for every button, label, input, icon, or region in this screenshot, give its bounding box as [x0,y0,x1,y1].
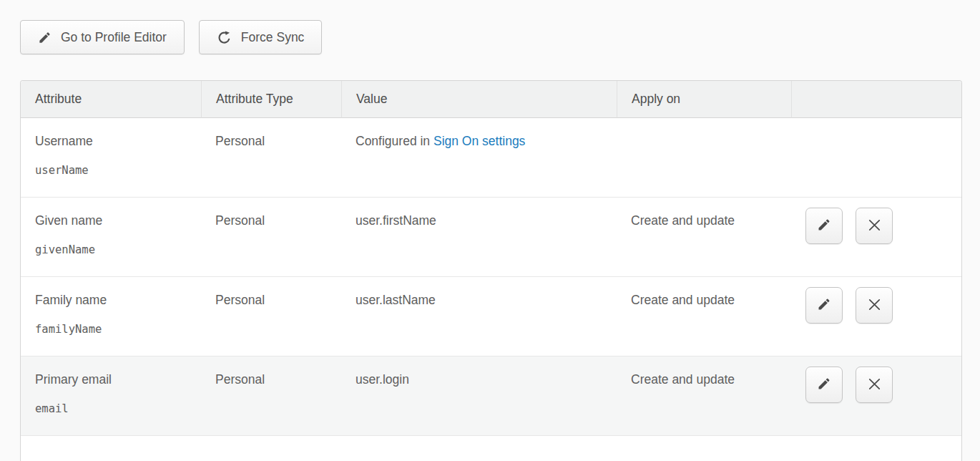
column-header-attribute-type: Attribute Type [201,81,341,118]
table-row-primary-email: Primary email email Personal user.login … [21,356,961,436]
value-cell: user.login [341,356,617,436]
attribute-cell: Given name givenName [21,198,201,277]
attribute-variable: email [35,402,194,415]
table-row-partial [21,436,961,461]
actions-cell [791,356,961,436]
empty-cell [21,436,961,461]
actions-cell [791,277,961,356]
attribute-type-cell: Personal [201,198,341,277]
attribute-variable: givenName [35,243,194,256]
attribute-label: Primary email [35,372,194,387]
remove-attribute-button[interactable] [856,367,893,403]
column-header-actions [791,81,961,118]
remove-attribute-button[interactable] [856,287,893,324]
table-header-row: Attribute Attribute Type Value Apply on [21,81,961,118]
value-cell: user.lastName [341,277,617,356]
x-icon [866,217,883,236]
edit-attribute-button[interactable] [805,208,843,244]
button-label: Go to Profile Editor [61,30,167,45]
x-icon [866,296,883,315]
toolbar: Go to Profile Editor Force Sync [20,20,980,54]
attribute-variable: familyName [35,323,194,336]
edit-attribute-button[interactable] [805,367,843,403]
pencil-icon [817,377,831,393]
attribute-type-cell: Personal [201,277,341,356]
refresh-icon [217,30,232,45]
pencil-icon [38,31,52,44]
apply-on-cell [617,118,791,198]
table-row-family-name: Family name familyName Personal user.las… [21,277,961,356]
attribute-type-cell: Personal [201,118,341,198]
attribute-label: Family name [35,293,194,308]
x-icon [866,376,883,394]
attribute-cell: Username userName [21,118,201,198]
column-header-value: Value [341,81,617,118]
actions-cell [791,118,961,198]
pencil-icon [817,297,831,314]
column-header-attribute: Attribute [21,81,201,118]
value-prefix: Configured in [356,134,433,148]
value-cell: Configured in Sign On settings [341,118,617,198]
apply-on-cell: Create and update [617,356,791,436]
attribute-variable: userName [35,164,194,177]
attribute-label: Username [35,134,194,149]
remove-attribute-button[interactable] [856,208,893,244]
table-row-username: Username userName Personal Configured in… [21,118,961,198]
column-header-apply-on: Apply on [617,81,791,118]
attribute-type-cell: Personal [201,356,341,436]
apply-on-cell: Create and update [617,277,791,356]
table-row-given-name: Given name givenName Personal user.first… [21,198,961,277]
force-sync-button[interactable]: Force Sync [199,20,323,54]
button-label: Force Sync [241,30,305,45]
apply-on-cell: Create and update [617,198,791,277]
edit-attribute-button[interactable] [805,287,843,324]
value-cell: user.firstName [341,198,617,277]
pencil-icon [817,218,831,234]
sign-on-settings-link[interactable]: Sign On settings [433,134,525,148]
attribute-label: Given name [35,213,194,228]
go-to-profile-editor-button[interactable]: Go to Profile Editor [20,20,185,54]
attribute-mappings-table: Attribute Attribute Type Value Apply on … [20,80,962,461]
attribute-cell: Primary email email [21,356,201,436]
attribute-cell: Family name familyName [21,277,201,356]
actions-cell [791,198,961,277]
profile-mappings-page: Go to Profile Editor Force Sync Attribut… [0,0,980,461]
